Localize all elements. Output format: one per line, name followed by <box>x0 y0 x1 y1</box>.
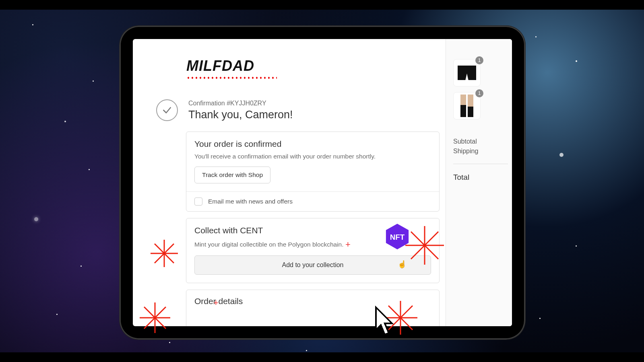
order-details-card: Order details <box>186 290 440 326</box>
cart-item-socks[interactable]: 1 <box>453 92 481 119</box>
newsletter-label: Email me with news and offers <box>208 198 293 205</box>
main-column: MILFDAD Confirmation #KYJJH0ZRY Thank yo… <box>133 39 446 326</box>
sparkle-small-icon: + <box>345 239 351 250</box>
tablet-frame: MILFDAD Confirmation #KYJJH0ZRY Thank yo… <box>120 26 525 339</box>
order-confirmed-card: Your order is confirmed You'll receive a… <box>186 132 440 212</box>
svg-text:NFT: NFT <box>390 233 405 241</box>
track-order-button[interactable]: Track order with Shop <box>194 167 270 183</box>
order-details-title: Order details <box>194 296 431 306</box>
shipping-label: Shipping <box>453 148 508 155</box>
cart-item-boxers[interactable]: 1 <box>453 59 481 86</box>
add-to-collection-label: Add to your collection <box>282 261 344 268</box>
brand-name: MILFDAD <box>186 58 446 74</box>
order-confirmed-body: You'll receive a confirmation email with… <box>194 153 431 160</box>
confirmation-header: Confirmation #KYJJH0ZRY Thank you, Camer… <box>156 99 446 121</box>
tablet-screen: MILFDAD Confirmation #KYJJH0ZRY Thank yo… <box>133 39 512 326</box>
newsletter-checkbox[interactable] <box>194 197 202 206</box>
add-to-collection-button[interactable]: Add to your collection ☝ <box>194 255 431 275</box>
sparkle-small-icon: + <box>213 298 219 308</box>
qty-badge: 1 <box>475 56 483 64</box>
letterbox-top <box>0 0 644 10</box>
subtotal-label: Subtotal <box>453 138 508 145</box>
order-summary-sidebar: 1 1 Subtotal Shipping Total <box>446 39 512 326</box>
nft-hex-icon: NFT <box>385 223 409 250</box>
summary-divider <box>453 164 508 164</box>
order-confirmed-title: Your order is confirmed <box>194 139 431 149</box>
thank-you-heading: Thank you, Cameron! <box>188 109 293 121</box>
store-logo: MILFDAD <box>186 58 446 80</box>
pointer-hand-icon: ☝ <box>398 260 407 269</box>
socks-icon <box>459 95 475 117</box>
boxers-icon <box>458 66 476 80</box>
newsletter-row[interactable]: Email me with news and offers <box>186 191 439 211</box>
checkmark-icon <box>156 99 178 121</box>
pixel-cursor-icon <box>374 306 397 339</box>
confirmation-number: Confirmation #KYJJH0ZRY <box>188 100 293 107</box>
total-label: Total <box>453 173 508 182</box>
qty-badge: 1 <box>475 89 483 97</box>
brand-underline-dots <box>186 77 277 79</box>
letterbox-bottom <box>0 352 644 362</box>
